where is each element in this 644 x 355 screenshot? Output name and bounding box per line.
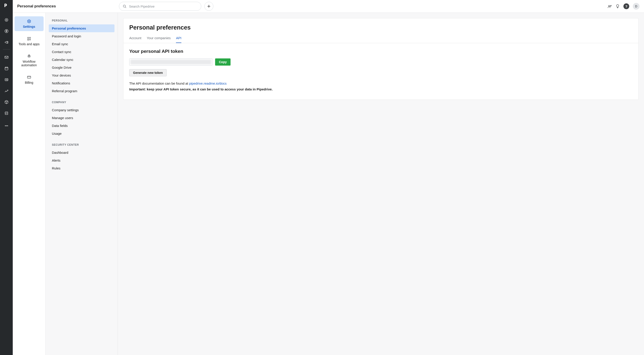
tips-icon[interactable] — [616, 4, 620, 9]
gear-icon — [27, 19, 31, 24]
rail-item-more[interactable] — [0, 120, 13, 131]
svg-point-7 — [5, 126, 6, 126]
topbar: Personal preferences ? — [13, 0, 644, 13]
primary-nav-rail — [0, 0, 13, 355]
settings-nav: PERSONAL Personal preferences Password a… — [46, 13, 118, 355]
nav-item-password-login[interactable]: Password and login — [49, 32, 114, 40]
nav-item-security-dashboard[interactable]: Dashboard — [49, 149, 114, 156]
svg-rect-3 — [5, 56, 8, 59]
preferences-card: Personal preferences Account Your compan… — [123, 18, 639, 100]
svg-point-13 — [28, 21, 30, 22]
svg-point-9 — [7, 126, 8, 126]
svg-point-0 — [5, 18, 8, 21]
pipedrive-logo-icon[interactable] — [3, 3, 10, 10]
tab-api[interactable]: API — [176, 36, 181, 43]
nav-item-security-alerts[interactable]: Alerts — [49, 156, 114, 164]
invite-users-icon[interactable] — [607, 4, 612, 9]
search-icon — [122, 4, 127, 9]
svg-rect-17 — [28, 56, 30, 57]
rail-item-mail[interactable] — [0, 52, 13, 63]
content-area: Personal preferences Account Your compan… — [118, 13, 644, 355]
svg-point-1 — [6, 20, 7, 21]
nav-item-google-drive[interactable]: Google Drive — [49, 64, 114, 71]
widecol-workflow-label: Workflow automation — [16, 60, 43, 67]
search-input[interactable] — [129, 5, 198, 8]
tab-your-companies[interactable]: Your companies — [147, 36, 170, 43]
nav-heading-company: COMPANY — [49, 99, 114, 106]
rail-item-campaigns[interactable] — [0, 37, 13, 48]
api-docs-link[interactable]: pipedrive.readme.io/docs — [189, 82, 227, 85]
widecol-settings[interactable]: Settings — [14, 16, 44, 31]
settings-section-column: Settings Tools and apps Workflow automat… — [13, 13, 46, 355]
preferences-tabs: Account Your companies API — [124, 36, 638, 43]
api-token-heading: Your personal API token — [129, 49, 632, 54]
help-icon[interactable]: ? — [624, 3, 629, 9]
credit-card-icon — [27, 75, 31, 80]
plus-icon — [206, 4, 211, 9]
nav-item-contact-sync[interactable]: Contact sync — [49, 48, 114, 56]
api-token-blurred-value — [130, 60, 211, 65]
content-page-heading: Personal preferences — [129, 24, 632, 31]
widecol-settings-label: Settings — [23, 25, 35, 29]
widecol-billing-label: Billing — [25, 81, 33, 84]
nav-item-calendar-sync[interactable]: Calendar sync — [49, 56, 114, 64]
api-token-field[interactable] — [129, 59, 212, 66]
nav-heading-personal: PERSONAL — [49, 18, 114, 25]
nav-item-your-devices[interactable]: Your devices — [49, 71, 114, 79]
svg-point-19 — [29, 56, 30, 56]
svg-point-6 — [6, 79, 6, 80]
svg-rect-14 — [28, 37, 28, 38]
nav-item-email-sync[interactable]: Email sync — [49, 40, 114, 48]
widecol-tools-label: Tools and apps — [18, 42, 40, 46]
nav-item-usage[interactable]: Usage — [49, 130, 114, 137]
svg-rect-16 — [28, 39, 28, 40]
widecol-billing[interactable]: Billing — [14, 72, 44, 87]
copy-button[interactable]: Copy — [215, 59, 230, 66]
tab-account[interactable]: Account — [129, 36, 141, 43]
tools-icon — [27, 37, 31, 41]
svg-rect-15 — [30, 37, 31, 38]
api-docs-line: The API documentation can be found at pi… — [129, 81, 632, 86]
nav-item-data-fields[interactable]: Data fields — [49, 122, 114, 130]
svg-rect-20 — [28, 76, 31, 78]
api-docs-prefix: The API documentation can be found at — [129, 82, 189, 85]
robot-icon — [27, 54, 31, 59]
rail-divider — [3, 49, 10, 50]
widecol-tools[interactable]: Tools and apps — [14, 34, 44, 49]
svg-point-18 — [28, 56, 29, 56]
svg-point-12 — [610, 6, 611, 7]
nav-item-company-settings[interactable]: Company settings — [49, 106, 114, 114]
nav-heading-security: SECURITY CENTER — [49, 142, 114, 149]
rail-item-marketplace[interactable] — [0, 108, 13, 119]
api-token-warning: Important: keep your API token secure, a… — [129, 87, 632, 92]
rail-item-deals[interactable] — [0, 26, 13, 37]
svg-point-11 — [608, 5, 610, 7]
generate-token-button[interactable]: Generate new token — [129, 69, 166, 76]
widecol-workflow[interactable]: Workflow automation — [14, 51, 44, 70]
nav-item-security-rules[interactable]: Rules — [49, 164, 114, 172]
quick-add-button[interactable] — [204, 2, 213, 11]
rail-item-insights[interactable] — [0, 85, 13, 97]
page-title: Personal preferences — [17, 4, 56, 9]
rail-item-contacts[interactable] — [0, 74, 13, 85]
nav-item-referral-program[interactable]: Referral program — [49, 87, 114, 95]
nav-item-personal-preferences[interactable]: Personal preferences — [49, 25, 114, 32]
rail-item-activities[interactable] — [0, 63, 13, 74]
svg-rect-4 — [5, 67, 8, 70]
svg-point-8 — [6, 126, 7, 126]
nav-item-manage-users[interactable]: Manage users — [49, 114, 114, 122]
rail-item-leads[interactable] — [0, 14, 13, 26]
rail-item-products[interactable] — [0, 97, 13, 108]
search-box[interactable] — [119, 2, 201, 11]
nav-item-notifications[interactable]: Notifications — [49, 79, 114, 87]
user-avatar[interactable]: D — [633, 3, 640, 10]
